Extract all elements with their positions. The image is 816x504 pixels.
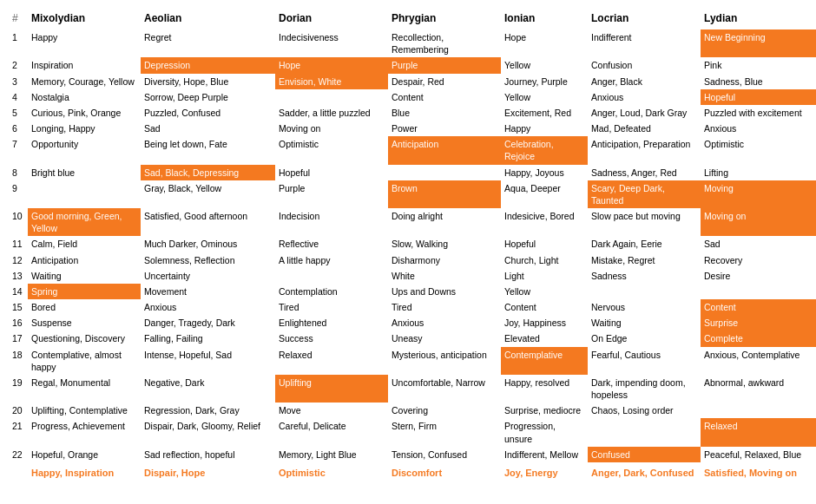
table-row: 12AnticipationSolemness, ReflectionA lit… [9, 252, 816, 268]
cell-dor: A little happy [275, 252, 388, 268]
cell-aeo: Much Darker, Ominous [141, 236, 275, 252]
cell-ion: Happy [501, 121, 588, 136]
cell-mix: Anticipation [28, 252, 141, 268]
cell-loc [588, 418, 701, 446]
cell-mix: Contemplative, almost happy [28, 347, 141, 375]
cell-aeo: Falling, Failing [141, 331, 275, 346]
cell-phr: Uneasy [388, 331, 501, 346]
table-row: 1HappyRegretIndecisivenessRecollection, … [9, 29, 816, 57]
cell-phr: Tired [388, 299, 501, 315]
cell-mix: Bored [28, 299, 141, 315]
cell-dor [275, 89, 388, 105]
cell-phr: Doing alright [388, 208, 501, 236]
cell-aeo: Danger, Tragedy, Dark [141, 315, 275, 331]
table-row: 5Curious, Pink, OrangePuzzled, ConfusedS… [9, 105, 816, 121]
cell-mix: Hopeful, Orange [28, 447, 141, 462]
cell-phr: Power [388, 121, 501, 136]
cell-loc: Dark, impending doom, hopeless [588, 375, 701, 403]
cell-mix: Suspense [28, 315, 141, 331]
cell-aeo: Being let down, Fate [141, 136, 275, 164]
cell-phr: Stern, Firm [388, 418, 501, 446]
table-row: 8Bright blueSad, Black, DepressingHopefu… [9, 165, 816, 180]
cell-mix: Happy [28, 29, 141, 57]
cell-aeo: Diversity, Hope, Blue [141, 74, 275, 89]
cell-mix: Longing, Happy [28, 121, 141, 136]
cell-dor: Optimistic [275, 136, 388, 164]
cell-dor: Contemplation [275, 284, 388, 299]
cell-ion: Surprise, mediocre [501, 403, 588, 418]
cell-aeo: Sorrow, Deep Purple [141, 89, 275, 105]
cell-ion: Journey, Purple [501, 74, 588, 89]
cell-aeo: Anxious [141, 299, 275, 315]
cell-dor: Indecision [275, 208, 388, 236]
cell-mix: Regal, Monumental [28, 375, 141, 403]
col-header-ion: Ionian [501, 7, 588, 29]
cell-lyd: Abnormal, awkward [701, 375, 816, 403]
cell-aeo: Intense, Hopeful, Sad [141, 347, 275, 375]
cell-dor: Relaxed [275, 347, 388, 375]
cell-num: 17 [9, 331, 28, 346]
main-container: # Mixolydian Aeolian Dorian Phrygian Ion… [0, 0, 816, 487]
cell-mix: Uplifting, Contemplative [28, 403, 141, 418]
cell-lyd: Recovery [701, 252, 816, 268]
footer-mix: Happy, Inspiration [28, 462, 141, 480]
table-row: 18Contemplative, almost happyIntense, Ho… [9, 347, 816, 375]
col-header-phr: Phrygian [388, 7, 501, 29]
cell-num: 6 [9, 121, 28, 136]
cell-dor: Reflective [275, 236, 388, 252]
cell-num: 11 [9, 236, 28, 252]
cell-ion: Elevated [501, 331, 588, 346]
cell-phr: Tension, Confused [388, 447, 501, 462]
cell-mix: Waiting [28, 268, 141, 284]
table-row: 3Memory, Courage, YellowDiversity, Hope,… [9, 74, 816, 89]
cell-lyd: New Beginning [701, 29, 816, 57]
cell-num: 22 [9, 447, 28, 462]
cell-mix: Good morning, Green, Yellow [28, 208, 141, 236]
cell-lyd: Pink [701, 57, 816, 73]
cell-lyd: Sadness, Blue [701, 74, 816, 89]
cell-ion: Excitement, Red [501, 105, 588, 121]
cell-num: 3 [9, 74, 28, 89]
col-header-mix: Mixolydian [28, 7, 141, 29]
cell-lyd: Anxious, Contemplative [701, 347, 816, 375]
cell-num: 5 [9, 105, 28, 121]
table-row: 9Gray, Black, YellowPurpleBrownAqua, Dee… [9, 180, 816, 208]
cell-dor: Purple [275, 180, 388, 208]
cell-dor: Uplifting [275, 375, 388, 403]
cell-phr: Disharmony [388, 252, 501, 268]
cell-loc: Confusion [588, 57, 701, 73]
cell-num: 14 [9, 284, 28, 299]
cell-loc: Mad, Defeated [588, 121, 701, 136]
cell-ion: Hope [501, 29, 588, 57]
cell-loc: Anger, Black [588, 74, 701, 89]
cell-lyd: Desire [701, 268, 816, 284]
cell-aeo: Sad reflection, hopeful [141, 447, 275, 462]
table-row: 16SuspenseDanger, Tragedy, DarkEnlighten… [9, 315, 816, 331]
cell-lyd: Surprise [701, 315, 816, 331]
cell-mix: Questioning, Discovery [28, 331, 141, 346]
cell-lyd: Optimistic [701, 136, 816, 164]
cell-mix: Nostalgia [28, 89, 141, 105]
cell-mix [28, 180, 141, 208]
cell-dor: Moving on [275, 121, 388, 136]
table-row: 15BoredAnxiousTiredTiredContentNervousCo… [9, 299, 816, 315]
cell-num: 15 [9, 299, 28, 315]
cell-aeo: Sad, Black, Depressing [141, 165, 275, 180]
cell-loc: Fearful, Cautious [588, 347, 701, 375]
cell-loc: Dark Again, Eerie [588, 236, 701, 252]
cell-phr: Anticipation [388, 136, 501, 164]
cell-ion: Joy, Happiness [501, 315, 588, 331]
table-row: 19Regal, MonumentalNegative, DarkUplifti… [9, 375, 816, 403]
header-row: # Mixolydian Aeolian Dorian Phrygian Ion… [9, 7, 816, 29]
cell-num: 18 [9, 347, 28, 375]
cell-aeo: Puzzled, Confused [141, 105, 275, 121]
col-header-dor: Dorian [275, 7, 388, 29]
cell-ion: Content [501, 299, 588, 315]
cell-mix: Curious, Pink, Orange [28, 105, 141, 121]
cell-aeo: Gray, Black, Yellow [141, 180, 275, 208]
table-row: 10Good morning, Green, YellowSatisfied, … [9, 208, 816, 236]
cell-phr: Brown [388, 180, 501, 208]
cell-num: 1 [9, 29, 28, 57]
cell-phr: White [388, 268, 501, 284]
cell-phr: Covering [388, 403, 501, 418]
